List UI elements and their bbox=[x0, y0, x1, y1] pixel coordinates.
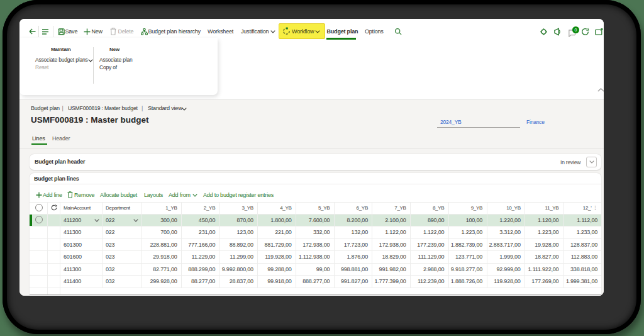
svg-text:0: 0 bbox=[575, 28, 577, 32]
